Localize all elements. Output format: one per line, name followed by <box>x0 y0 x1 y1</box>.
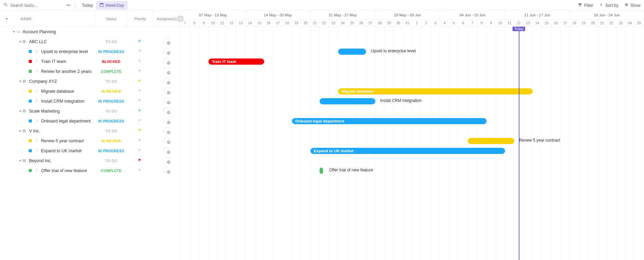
assignee-cell[interactable] <box>153 157 180 164</box>
status-cell[interactable]: TO DO <box>95 159 127 163</box>
column-priority[interactable]: Priority <box>127 11 153 26</box>
status-cell[interactable]: TO DO <box>95 79 127 83</box>
status-cell[interactable]: IN PROGRESS <box>95 99 127 103</box>
search-input[interactable] <box>10 3 58 8</box>
task-row[interactable]: Expand to UK marketIN PROGRESS <box>0 146 180 156</box>
assignee-placeholder[interactable] <box>164 68 170 74</box>
task-row[interactable]: Install CRM integrationIN PROGRESS <box>0 96 180 106</box>
folder-row[interactable]: ▼Account Planning <box>0 27 180 37</box>
assignee-placeholder[interactable] <box>164 58 170 64</box>
chevron-down-icon[interactable]: ▼ <box>18 159 23 162</box>
assignee-placeholder[interactable] <box>164 78 170 84</box>
group-row[interactable]: ▼Beyond Inc.TO DO <box>0 156 180 166</box>
status-cell[interactable]: IN REVIEW <box>95 139 127 143</box>
task-row[interactable]: Migrate databaseIN REVIEW <box>0 86 180 96</box>
priority-cell[interactable] <box>127 99 153 104</box>
assignee-placeholder[interactable] <box>164 167 170 173</box>
assignee-cell[interactable] <box>153 147 180 154</box>
group-row[interactable]: ▼V Inc.TO DO <box>0 126 180 136</box>
assignee-placeholder[interactable] <box>164 38 170 44</box>
more-icon[interactable]: ••• <box>66 3 71 8</box>
task-row[interactable]: Renew 5 year contractIN REVIEW <box>0 136 180 146</box>
assignee-cell[interactable] <box>153 78 180 85</box>
priority-cell[interactable] <box>127 79 153 84</box>
priority-cell[interactable] <box>127 118 153 124</box>
status-cell[interactable]: IN PROGRESS <box>95 119 127 123</box>
gantt-bar[interactable] <box>468 138 514 144</box>
priority-cell[interactable] <box>127 49 153 54</box>
assignee-cell[interactable] <box>153 107 180 115</box>
collapse-pane-button[interactable] <box>0 16 13 21</box>
assignee-placeholder[interactable] <box>164 88 170 94</box>
gantt-bar[interactable]: Onboard legal department <box>292 118 487 124</box>
task-row[interactable]: Train IT teamBLOCKED <box>0 56 180 66</box>
status-cell[interactable]: COMPLETE <box>95 169 127 173</box>
status-cell[interactable]: IN REVIEW <box>95 89 127 93</box>
assignee-placeholder[interactable] <box>164 127 170 133</box>
assignee-placeholder[interactable] <box>164 48 170 54</box>
sort-button[interactable]: Sort by <box>599 2 618 8</box>
assignee-cell[interactable] <box>153 167 180 174</box>
status-cell[interactable]: IN PROGRESS <box>95 149 127 153</box>
priority-cell[interactable] <box>127 39 153 44</box>
assignee-cell[interactable] <box>153 98 180 105</box>
gantt-bar[interactable] <box>338 49 366 55</box>
weekday-button[interactable]: Week/Day <box>96 1 128 10</box>
chevron-down-icon[interactable]: ▼ <box>18 109 23 113</box>
group-row[interactable]: ▼ABC LLCTO DO <box>0 37 180 47</box>
chevron-down-icon[interactable]: ▼ <box>18 129 23 133</box>
priority-cell[interactable] <box>127 128 153 133</box>
task-row[interactable]: Offer trial of new featureCOMPLETE <box>0 166 180 176</box>
status-cell[interactable]: IN PROGRESS <box>95 50 127 54</box>
assignee-cell[interactable] <box>153 58 180 65</box>
chevron-down-icon[interactable]: ▼ <box>18 40 23 43</box>
assignee-cell[interactable] <box>153 117 180 125</box>
assignee-placeholder[interactable] <box>164 98 170 104</box>
priority-cell[interactable] <box>127 168 153 173</box>
gantt-bar[interactable]: Train IT team <box>208 58 264 65</box>
column-assignee[interactable]: Assignee(s) <box>153 11 180 26</box>
assignee-placeholder[interactable] <box>164 147 170 153</box>
task-row[interactable]: Onboard legal departmentIN PROGRESS <box>0 116 180 126</box>
status-cell[interactable]: TO DO <box>95 40 127 44</box>
assignee-cell[interactable] <box>153 137 180 144</box>
column-status[interactable]: Status <box>95 11 127 26</box>
assignee-cell[interactable] <box>153 127 180 134</box>
show-button[interactable]: Show <box>624 2 641 8</box>
today-button[interactable]: Today <box>79 2 96 9</box>
task-row[interactable]: Renew for another 2 yearsCOMPLETE <box>0 66 180 76</box>
assignee-cell[interactable] <box>153 38 180 45</box>
group-row[interactable]: ▼Scale MarketingTO DO <box>0 106 180 116</box>
group-row[interactable]: ▼Company XYZTO DO <box>0 76 180 86</box>
gantt-bar[interactable]: Migrate database <box>338 88 533 94</box>
priority-cell[interactable] <box>127 158 153 163</box>
assignee-placeholder[interactable] <box>164 117 170 124</box>
priority-cell[interactable] <box>127 138 153 143</box>
gantt-bar[interactable] <box>320 168 323 174</box>
status-cell[interactable]: COMPLETE <box>95 69 127 74</box>
priority-cell[interactable] <box>127 59 153 64</box>
assignee-cell[interactable] <box>153 88 180 95</box>
status-cell[interactable]: TO DO <box>95 129 127 133</box>
chevron-down-icon[interactable]: ▼ <box>12 30 16 34</box>
gantt-body[interactable]: Upsell to enterprise levelTrain IT teamM… <box>181 27 644 260</box>
filter-button[interactable]: Filter <box>578 2 593 8</box>
column-name[interactable]: NAME <box>13 17 95 21</box>
status-cell[interactable]: TO DO <box>95 109 127 113</box>
assignee-cell[interactable] <box>153 68 180 75</box>
priority-cell[interactable] <box>127 148 153 153</box>
gantt-bar[interactable] <box>320 98 375 104</box>
chevron-down-icon[interactable]: ▼ <box>18 80 23 83</box>
status-cell[interactable]: BLOCKED <box>95 60 127 64</box>
assignee-cell[interactable] <box>153 48 180 55</box>
add-column-button[interactable]: + <box>177 16 183 22</box>
assignee-placeholder[interactable] <box>164 157 170 163</box>
task-row[interactable]: Upsell to enterprise levelIN PROGRESS <box>0 47 180 56</box>
priority-cell[interactable] <box>127 108 153 114</box>
gantt-bar[interactable]: Expand to UK market <box>310 148 505 154</box>
priority-cell[interactable] <box>127 69 153 74</box>
assignee-placeholder[interactable] <box>164 137 170 143</box>
assignee-placeholder[interactable] <box>164 107 170 114</box>
week-cell: 21 May - 27 May <box>310 11 375 19</box>
priority-cell[interactable] <box>127 89 153 94</box>
